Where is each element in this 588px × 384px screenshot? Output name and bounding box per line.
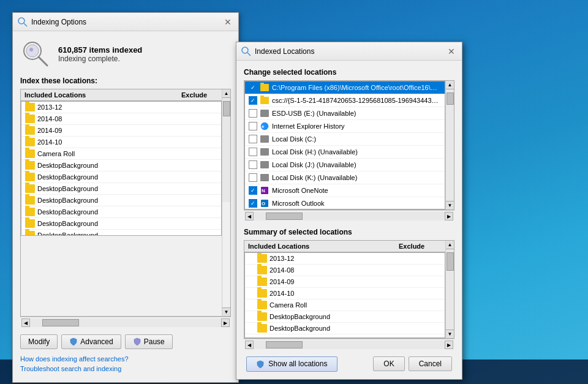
tree-checkbox[interactable]	[249, 109, 257, 118]
list-item[interactable]: Camera Roll	[21, 148, 221, 160]
tree-hscrollbar[interactable]: ◀ ▶	[244, 210, 454, 222]
tree-checkbox[interactable]	[249, 160, 257, 169]
indexing-title-text: Indexing Options	[31, 18, 86, 26]
tree-scrollbar[interactable]: ▲ ▼	[445, 81, 454, 209]
tree-hscroll-right[interactable]: ▶	[445, 212, 453, 220]
indexing-title-bar: Indexing Options ✕	[13, 13, 238, 31]
list-item[interactable]: DesktopBackground	[21, 160, 221, 171]
list-item[interactable]: 2014-08	[21, 113, 221, 125]
tree-checkbox[interactable]	[249, 83, 257, 92]
tree-checkbox[interactable]	[249, 173, 257, 182]
tree-hscroll-track	[254, 212, 445, 220]
status-area: 610,857 items indexed Indexing complete.	[20, 39, 231, 69]
indexing-dialog-buttons: Modify Advanced Pause	[20, 334, 231, 349]
tree-row[interactable]: e Internet Explorer History	[245, 120, 445, 133]
pause-button-label: Pause	[144, 337, 165, 346]
tree-row[interactable]: Local Disk (K:) (Unavailable)	[245, 171, 445, 184]
list-item[interactable]: 2014-09	[21, 125, 221, 137]
folder-icon	[25, 115, 35, 123]
list-item[interactable]: 2014-10	[21, 137, 221, 148]
tree-row[interactable]: csc://{S-1-5-21-4187420653-1295681085-19…	[245, 94, 445, 107]
pause-shield-icon	[133, 337, 141, 346]
ok-button[interactable]: OK	[373, 356, 404, 371]
location-label: 2014-10	[37, 138, 62, 146]
tree-row[interactable]: O Microsoft Outlook	[245, 197, 445, 209]
tree-row[interactable]: C:\Program Files (x86)\Microsoft Office\…	[245, 81, 445, 94]
locations-hscrollbar[interactable]: ◀ ▶	[20, 317, 231, 328]
tree-checkbox[interactable]	[249, 186, 257, 195]
shield-icon	[69, 337, 78, 346]
included-col-header: Included Locations	[24, 91, 181, 99]
scroll-thumb[interactable]	[223, 101, 230, 116]
scroll-up-btn[interactable]: ▲	[222, 89, 230, 98]
show-all-locations-button[interactable]: Show all locations	[246, 356, 337, 372]
summary-scrollbar[interactable]: ▲ ▼	[445, 241, 454, 338]
summary-row[interactable]: Camera Roll	[245, 299, 445, 311]
indexing-close-button[interactable]: ✕	[222, 17, 233, 28]
tree-hscroll-left[interactable]: ◀	[245, 212, 254, 220]
list-item[interactable]: 2013-12	[21, 102, 221, 113]
locations-scrollbar[interactable]: ▲ ▼	[222, 89, 230, 316]
summary-row[interactable]: DesktopBackground	[245, 311, 445, 323]
summary-row[interactable]: 2014-10	[245, 288, 445, 299]
list-item[interactable]: DesktopBackground	[21, 206, 221, 218]
location-label: DesktopBackground	[37, 232, 98, 236]
indexed-title-bar: Indexed Locations ✕	[236, 42, 462, 61]
tree-row[interactable]: ESD-USB (E:) (Unavailable)	[245, 107, 445, 120]
folder-icon	[25, 184, 35, 193]
list-item[interactable]: DesktopBackground	[21, 183, 221, 195]
hscroll-thumb[interactable]	[42, 319, 79, 326]
tree-hscroll-thumb[interactable]	[266, 213, 303, 220]
hscroll-left-btn[interactable]: ◀	[21, 318, 30, 327]
summary-hscrollbar[interactable]: ◀ ▶	[244, 339, 454, 350]
how-indexing-link[interactable]: How does indexing affect searches?	[20, 355, 231, 363]
scroll-down-btn[interactable]: ▼	[222, 307, 230, 316]
list-item[interactable]: DesktopBackground	[21, 230, 221, 236]
summary-row[interactable]: 2014-08	[245, 265, 445, 276]
modify-button[interactable]: Modify	[20, 334, 58, 349]
tree-checkbox[interactable]	[249, 135, 257, 143]
summary-row[interactable]: 2014-09	[245, 276, 445, 288]
links-area: How does indexing affect searches? Troub…	[20, 355, 231, 372]
folder-icon	[257, 277, 267, 286]
list-item[interactable]: DesktopBackground	[21, 195, 221, 206]
indexed-close-button[interactable]: ✕	[446, 46, 457, 57]
tree-scroll-down[interactable]: ▼	[446, 201, 454, 209]
advanced-button-label: Advanced	[80, 337, 113, 346]
cancel-button[interactable]: Cancel	[409, 356, 452, 371]
tree-checkbox[interactable]	[249, 199, 257, 208]
tree-area[interactable]: C:\Program Files (x86)\Microsoft Office\…	[244, 81, 445, 209]
summary-scroll-thumb[interactable]	[447, 252, 454, 271]
summary-table[interactable]: 2013-12 2014-08 2014-09 2014-10	[244, 252, 445, 338]
hscroll-right-btn[interactable]: ▶	[221, 318, 230, 327]
summary-row[interactable]: 2013-12	[245, 253, 445, 265]
tree-checkbox[interactable]	[249, 96, 257, 105]
folder-icon	[25, 208, 35, 216]
pause-button[interactable]: Pause	[125, 334, 173, 349]
summary-row[interactable]: DesktopBackground	[245, 323, 445, 334]
list-item[interactable]: DesktopBackground	[21, 218, 221, 230]
summary-scroll-down[interactable]: ▼	[446, 329, 454, 338]
list-item[interactable]: DesktopBackground	[21, 171, 221, 183]
disk-icon	[260, 147, 270, 157]
tree-row[interactable]: Local Disk (J:) (Unavailable)	[245, 159, 445, 171]
tree-checkbox[interactable]	[249, 148, 257, 156]
tree-scroll-thumb[interactable]	[447, 92, 454, 105]
summary-hscroll-thumb[interactable]	[266, 341, 303, 348]
tree-row[interactable]: Local Disk (H:) (Unavailable)	[245, 146, 445, 159]
folder-icon	[257, 324, 267, 333]
exclude-col-header: Exclude	[181, 91, 218, 99]
advanced-button[interactable]: Advanced	[61, 334, 121, 349]
location-label: 2013-12	[37, 104, 62, 111]
tree-scroll-up[interactable]: ▲	[446, 81, 454, 89]
tree-row[interactable]: N Microsoft OneNote	[245, 184, 445, 197]
summary-hscroll-right[interactable]: ▶	[445, 341, 453, 349]
summary-hscroll-left[interactable]: ◀	[245, 341, 254, 349]
tree-checkbox[interactable]	[249, 122, 257, 130]
locations-table[interactable]: 2013-12 2014-08 2014-09 2014-10	[21, 101, 222, 236]
troubleshoot-link[interactable]: Troubleshoot search and indexing	[20, 365, 231, 372]
tree-row[interactable]: Local Disk (C:)	[245, 133, 445, 146]
summary-scroll-up[interactable]: ▲	[446, 241, 454, 249]
folder-icon	[25, 138, 35, 146]
tree-label: Local Disk (J:) (Unavailable)	[272, 161, 441, 168]
